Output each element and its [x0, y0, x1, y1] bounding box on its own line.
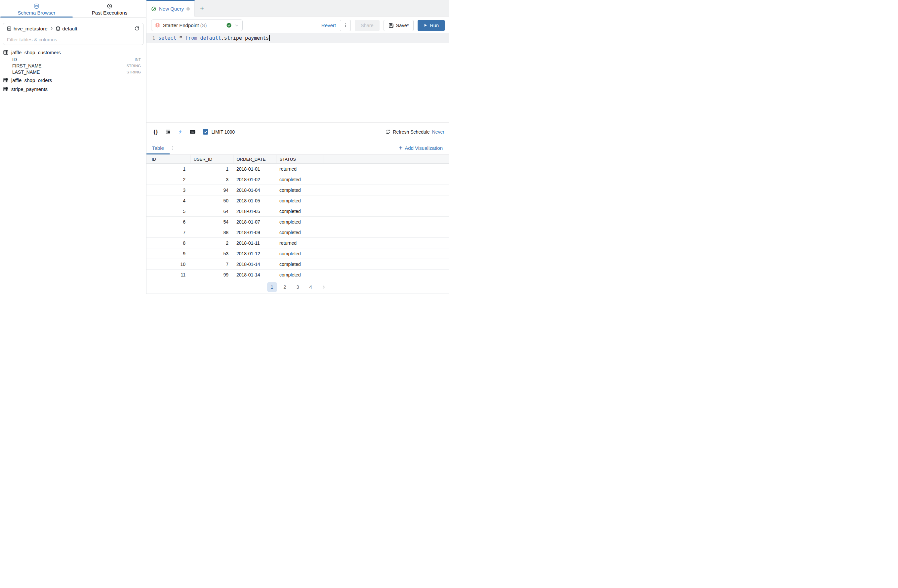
cell: 2018-01-12 — [233, 248, 276, 259]
cell: 8 — [146, 238, 190, 248]
query-tab-bar: New Query + — [146, 0, 449, 17]
cell: 94 — [190, 185, 233, 195]
cell: 11 — [146, 269, 190, 280]
tab-schema-browser[interactable]: Schema Browser — [0, 0, 73, 17]
history-icon — [107, 3, 112, 9]
limit-checkbox[interactable] — [203, 129, 208, 135]
tab-past-executions[interactable]: Past Executions — [73, 0, 146, 17]
page-button-4[interactable]: 4 — [306, 282, 316, 292]
schema-column-id[interactable]: ID INT — [3, 56, 143, 63]
cell: 3 — [190, 174, 233, 185]
results-header: Table + Add Visualization — [146, 141, 449, 154]
new-tab-button[interactable]: + — [195, 0, 209, 16]
sidebar: Schema Browser Past Executions — [0, 0, 146, 294]
schema-table-jaffle-shop-customers[interactable]: jaffle_shop_customers — [3, 48, 143, 56]
column-type: INT — [135, 57, 143, 62]
results-kebab-icon[interactable] — [170, 146, 175, 150]
column-name: FIRST_NAME — [12, 63, 42, 68]
more-options-button[interactable] — [340, 20, 351, 31]
next-page-button[interactable] — [319, 282, 329, 292]
cell: 2018-01-02 — [233, 174, 276, 185]
table-row: 11992018-01-14completed — [146, 269, 449, 280]
sql-token — [197, 35, 200, 41]
column-header-order-date[interactable]: ORDER_DATE — [233, 155, 276, 164]
sql-token-keyword: select — [158, 35, 176, 41]
cell: returned — [276, 164, 323, 174]
cell: 10 — [146, 259, 190, 269]
refresh-schedule-label: Refresh Schedule — [393, 129, 429, 135]
editor-section: Starter Endpoint (S) Revert — [146, 17, 449, 122]
breadcrumb-path[interactable]: hive_metastore default — [3, 26, 130, 31]
lightning-icon[interactable] — [178, 129, 183, 135]
schema-table-jaffle-shop-orders[interactable]: jaffle_shop_orders — [3, 76, 143, 84]
table-row: 822018-01-11returned — [146, 238, 449, 248]
page-button-2[interactable]: 2 — [280, 282, 290, 292]
table-row: 7882018-01-09completed — [146, 227, 449, 238]
cell: 2018-01-14 — [233, 259, 276, 269]
page-button-3[interactable]: 3 — [293, 282, 303, 292]
refresh-schedule-value[interactable]: Never — [432, 129, 444, 135]
layers-icon — [155, 23, 160, 28]
column-type: STRING — [127, 70, 143, 74]
save-button[interactable]: Save* — [383, 20, 414, 31]
breadcrumb-catalog[interactable]: hive_metastore — [14, 26, 48, 31]
indent-icon[interactable] — [165, 129, 171, 135]
schema-column-first-name[interactable]: FIRST_NAME STRING — [3, 63, 143, 69]
refresh-schedule: Refresh Schedule Never — [386, 129, 444, 135]
sql-token: * — [176, 35, 185, 41]
unsaved-indicator-dot — [186, 7, 190, 11]
editor-top-row: Starter Endpoint (S) Revert — [151, 20, 445, 31]
cell: 3 — [146, 185, 190, 195]
filter-input[interactable] — [3, 34, 143, 45]
tab-new-query[interactable]: New Query — [146, 0, 195, 17]
cell: 2018-01-07 — [233, 217, 276, 227]
endpoint-size-label: (S) — [200, 23, 207, 28]
cell: 99 — [190, 269, 233, 280]
play-icon — [424, 23, 427, 27]
cell: 2018-01-01 — [233, 164, 276, 174]
table-row: 9532018-01-12completed — [146, 248, 449, 259]
breadcrumb: hive_metastore default — [3, 23, 143, 34]
table-grid-icon — [3, 86, 9, 92]
column-header-user-id[interactable]: USER_ID — [190, 155, 233, 164]
schema-table-stripe-payments[interactable]: stripe_payments — [3, 85, 143, 93]
sql-editor-app: Schema Browser Past Executions — [0, 0, 449, 294]
tab-table-results[interactable]: Table — [146, 141, 170, 154]
cell: 2018-01-11 — [233, 238, 276, 248]
refresh-schema-button[interactable] — [130, 23, 143, 34]
add-visualization-button[interactable]: + Add Visualization — [399, 145, 443, 151]
save-button-label: Save* — [396, 23, 409, 28]
breadcrumb-schema[interactable]: default — [63, 26, 77, 31]
schema-column-last-name[interactable]: LAST_NAME STRING — [3, 69, 143, 75]
database-icon — [34, 3, 39, 9]
column-header-status[interactable]: STATUS — [276, 155, 323, 164]
column-header-id[interactable]: ID — [146, 155, 190, 164]
cell: 7 — [146, 227, 190, 238]
catalog-icon — [7, 26, 12, 31]
page-button-1[interactable]: 1 — [267, 282, 277, 292]
share-button[interactable]: Share — [355, 20, 380, 31]
cell: completed — [276, 206, 323, 217]
query-tab-label: New Query — [159, 6, 184, 12]
keyboard-icon[interactable] — [189, 129, 196, 135]
table-row: 1072018-01-14completed — [146, 259, 449, 269]
cell: 4 — [146, 195, 190, 206]
run-button[interactable]: Run — [418, 20, 445, 31]
cell: returned — [276, 238, 323, 248]
format-braces-icon[interactable]: {} — [154, 129, 158, 135]
cell: 64 — [190, 206, 233, 217]
sql-editor-active-line[interactable]: 1 select * from default.stripe_payments — [146, 33, 449, 43]
cell: 2018-01-04 — [233, 185, 276, 195]
cell: 2018-01-05 — [233, 195, 276, 206]
revert-link[interactable]: Revert — [321, 23, 336, 28]
column-name: LAST_NAME — [12, 69, 40, 75]
table-name: jaffle_shop_orders — [11, 77, 52, 83]
table-row: 5642018-01-05completed — [146, 206, 449, 217]
cell: 2018-01-09 — [233, 227, 276, 238]
table-row: 4502018-01-05completed — [146, 195, 449, 206]
endpoint-selector[interactable]: Starter Endpoint (S) — [151, 20, 243, 31]
tab-schema-browser-label: Schema Browser — [17, 10, 55, 15]
sql-editor[interactable]: 1 select * from default.stripe_payments — [146, 33, 449, 43]
sql-token: . — [221, 35, 224, 41]
column-name: ID — [12, 57, 17, 62]
